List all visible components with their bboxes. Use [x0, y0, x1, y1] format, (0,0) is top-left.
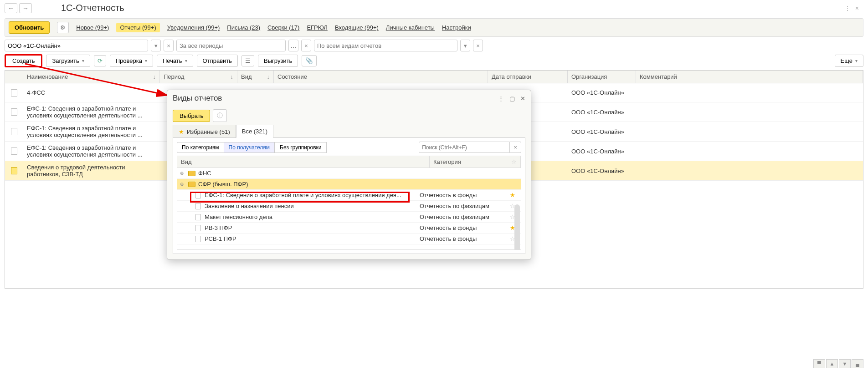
dialog-close-icon[interactable]: ✕	[520, 95, 525, 102]
load-button[interactable]: Загрузить▾	[46, 55, 90, 67]
folder-icon	[188, 182, 195, 187]
document-icon	[195, 236, 201, 242]
select-button[interactable]: Выбрать	[173, 110, 210, 122]
kind-dropdown-icon[interactable]: ▾	[460, 40, 470, 51]
print-button[interactable]: Печать▾	[157, 55, 193, 67]
th-state[interactable]: Состояние	[274, 71, 488, 83]
footer-nav: ▀ ▲ ▼ ▄	[813, 359, 863, 368]
update-button[interactable]: Обновить	[9, 21, 50, 34]
item-category: Отчетность по физлицам	[420, 213, 506, 220]
th-name[interactable]: Наименование↓	[23, 71, 160, 83]
tree-item[interactable]: РСВ-1 ПФР Отчетность в фонды ☆	[177, 234, 521, 244]
dialog-title: Виды отчетов	[173, 94, 222, 103]
load-label: Загрузить	[52, 57, 79, 64]
scroll-up-icon[interactable]: ▲	[826, 359, 838, 368]
tree-item[interactable]: ЕФС-1: Сведения о заработной плате и усл…	[177, 190, 521, 201]
scroll-bottom-icon[interactable]: ▄	[852, 359, 863, 368]
collapse-icon[interactable]: ⊖	[180, 182, 185, 187]
period-filter-input[interactable]	[176, 40, 286, 51]
action-row: Создать Загрузить▾ ⟳ Проверка▾ Печать▾ О…	[5, 54, 863, 67]
tree-item[interactable]: Заявление о назначении пенсии Отчетность…	[177, 201, 521, 212]
kind-filter-input[interactable]	[314, 40, 457, 51]
favorite-star-icon[interactable]: ★	[510, 192, 518, 198]
tree-folder[interactable]: ⊕ ФНС	[177, 168, 521, 179]
group-by-none[interactable]: Без группировки	[275, 142, 326, 153]
page-title: 1С-Отчетность	[61, 3, 124, 13]
nav-reconciliations[interactable]: Сверки (17)	[267, 24, 299, 31]
cell-name: ЕФС-1: Сведения о заработной плате и усл…	[23, 122, 160, 141]
export-button[interactable]: Выгрузить	[258, 55, 298, 67]
scroll-down-icon[interactable]: ▼	[839, 359, 851, 368]
period-clear-icon[interactable]: ×	[301, 40, 311, 51]
cell-org: ООО «1С-Онлайн»	[568, 126, 636, 138]
nav-cabinets[interactable]: Личные кабинеты	[386, 24, 435, 31]
table-header: Наименование↓ Период↓ Вид↓ Состояние Дат…	[5, 71, 863, 83]
tab-favorites[interactable]: ★Избранные (51)	[173, 125, 236, 138]
info-icon[interactable]: ⓘ	[213, 109, 227, 122]
attachment-icon[interactable]: 📎	[302, 55, 317, 66]
dialog-search-clear-icon[interactable]: ×	[510, 142, 521, 153]
print-label: Печать	[163, 57, 182, 64]
toolbar-nav: Обновить ⚙ Новое (99+) Отчеты (99+) Увед…	[5, 18, 863, 37]
document-icon	[11, 89, 17, 97]
nav-new[interactable]: Новое (99+)	[76, 24, 109, 31]
item-category: Отчетность в фонды	[420, 224, 506, 231]
item-label: Макет пенсионного дела	[205, 213, 416, 220]
dialog-maximize-icon[interactable]: ▢	[509, 95, 515, 102]
group-by-categories[interactable]: По категориям	[177, 142, 224, 153]
nav-settings[interactable]: Настройки	[442, 24, 471, 31]
list-icon[interactable]: ☰	[241, 55, 254, 66]
check-button[interactable]: Проверка▾	[110, 55, 153, 67]
close-icon[interactable]: ×	[855, 5, 859, 12]
cell-org: ООО «1С-Онлайн»	[568, 145, 636, 158]
folder-label: ФНС	[198, 170, 518, 177]
tree-folder[interactable]: ⊖ СФР (бывш. ПФР)	[177, 179, 521, 190]
refresh-icon[interactable]: ⟳	[94, 55, 106, 66]
menu-dots-icon[interactable]: ⋮	[844, 5, 851, 12]
folder-icon	[188, 171, 195, 176]
expand-icon[interactable]: ⊕	[180, 171, 185, 176]
nav-reports[interactable]: Отчеты (99+)	[116, 23, 159, 32]
cell-name: 4-ФСС	[23, 86, 160, 99]
more-button[interactable]: Еще▾	[835, 55, 863, 67]
grid-header-kind[interactable]: Вид	[177, 156, 430, 168]
tab-all[interactable]: Все (321)	[236, 125, 273, 138]
dialog-menu-icon[interactable]: ⋮	[498, 95, 504, 102]
th-comment[interactable]: Комментарий	[636, 71, 863, 83]
grid-header-category[interactable]: Категория☆	[430, 156, 521, 168]
nav-letters[interactable]: Письма (23)	[227, 24, 260, 31]
report-tree: ⊕ ФНС ⊖ СФР (бывш. ПФР) ЕФС-1: Сведения …	[177, 168, 521, 250]
create-button[interactable]: Создать	[5, 54, 42, 67]
nav-egrul[interactable]: ЕГРЮЛ	[307, 24, 327, 31]
forward-button[interactable]: →	[19, 3, 32, 13]
tree-item[interactable]: РВ-3 ПФР Отчетность в фонды ★	[177, 223, 521, 234]
nav-incoming[interactable]: Входящие (99+)	[335, 24, 379, 31]
kind-clear-icon[interactable]: ×	[473, 40, 483, 51]
cell-org: ООО «1С-Онлайн»	[568, 106, 636, 118]
item-category: Отчетность в фонды	[420, 235, 506, 242]
cell-name: Сведения о трудовой деятельности работни…	[23, 161, 160, 180]
nav-notifications[interactable]: Уведомления (99+)	[167, 24, 220, 31]
dialog-search-input[interactable]	[419, 142, 510, 153]
org-clear-icon[interactable]: ×	[164, 40, 174, 51]
back-button[interactable]: ←	[5, 3, 17, 13]
th-period[interactable]: Период↓	[160, 71, 237, 83]
group-by-recipients[interactable]: По получателям	[224, 142, 275, 153]
scrollbar[interactable]	[514, 204, 520, 250]
export-label: Выгрузить	[264, 57, 292, 64]
th-org[interactable]: Организация	[568, 71, 636, 83]
scroll-top-icon[interactable]: ▀	[813, 359, 825, 368]
folder-label: СФР (бывш. ПФР)	[198, 181, 518, 188]
cell-name: ЕФС-1: Сведения о заработной плате и усл…	[23, 142, 160, 161]
org-filter-input[interactable]	[5, 40, 148, 51]
document-icon	[195, 203, 201, 209]
send-button[interactable]: Отправить	[197, 55, 238, 67]
tree-item[interactable]: Макет пенсионного дела Отчетность по физ…	[177, 212, 521, 223]
th-sent[interactable]: Дата отправки	[488, 71, 568, 83]
item-category: Отчетность по физлицам	[420, 203, 506, 209]
gear-icon[interactable]: ⚙	[57, 22, 69, 33]
org-dropdown-icon[interactable]: ▾	[151, 40, 161, 51]
create-label: Создать	[12, 57, 35, 64]
th-kind[interactable]: Вид↓	[237, 71, 274, 83]
period-picker-icon[interactable]: …	[288, 40, 298, 51]
